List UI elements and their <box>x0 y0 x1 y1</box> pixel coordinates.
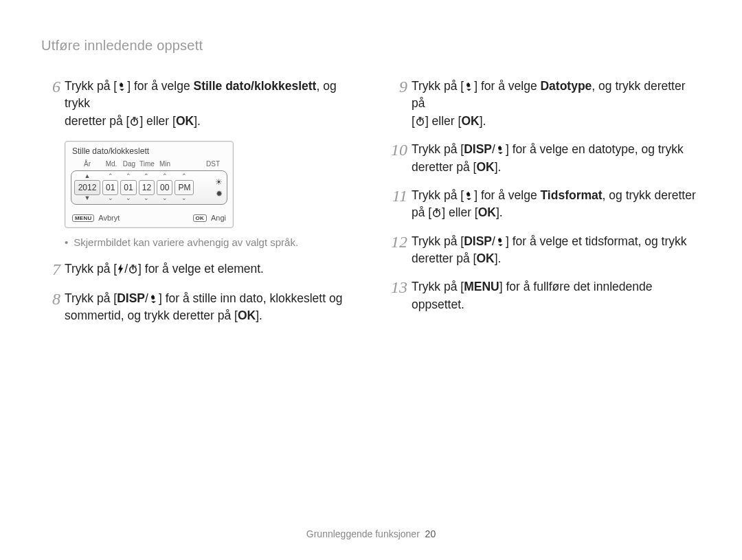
flower-down-icon <box>495 237 506 247</box>
val-md: 01 <box>102 180 118 195</box>
spin-min: ⌃ 00 ⌄ <box>157 173 172 202</box>
spin-dag: ⌃ 01 ⌄ <box>120 173 136 202</box>
spin-time: ⌃ 12 ⌄ <box>139 173 155 202</box>
text: ]. <box>194 114 201 128</box>
text: ] eller [ <box>442 205 478 219</box>
sun-on-icon: ☀ <box>215 177 223 187</box>
ok-badge: OK <box>193 214 207 222</box>
text: ]. <box>495 160 502 174</box>
chevron-up-icon: ⌃ <box>144 173 149 180</box>
step-number: 8 <box>41 290 65 325</box>
device-title: Stille dato/klokkeslett <box>65 142 233 159</box>
step-body: Trykk på [] for å velge Stille dato/klok… <box>65 78 354 130</box>
content-columns: 6 Trykk på [] for å velge Stille dato/kl… <box>41 78 701 335</box>
sun-off-icon: ✹ <box>215 189 223 199</box>
manual-page: Utføre innledende oppsett 6 Trykk på [] … <box>0 0 742 560</box>
chevron-down-icon: ▼ <box>85 195 91 202</box>
chevron-down-icon: ⌄ <box>162 195 168 202</box>
dst-icons: ☀ ✹ <box>214 177 224 199</box>
step-body: Trykk på [DISP/] for å stille inn dato, … <box>65 290 354 325</box>
step-9: 9 Trykk på [] for å velge Datotype, og t… <box>388 78 701 130</box>
ok-glyph: OK <box>176 114 194 128</box>
step-11: 11 Trykk på [] for å velge Tidsformat, o… <box>388 187 701 222</box>
text: Trykk på [ <box>412 234 464 248</box>
chevron-down-icon: ⌄ <box>144 195 149 202</box>
col-dst: DST <box>201 160 226 168</box>
text: , og trykk deretter <box>603 188 696 202</box>
right-column: 9 Trykk på [] for å velge Datotype, og t… <box>388 78 701 335</box>
ok-glyph: OK <box>476 251 494 265</box>
val-dag: 01 <box>120 180 136 195</box>
step-10: 10 Trykk på [DISP/] for å velge en datot… <box>388 141 701 176</box>
step-13: 13 Trykk på [MENU] for å fullføre det in… <box>388 278 701 313</box>
bullet-icon: • <box>65 236 68 248</box>
step-6: 6 Trykk på [] for å velge Stille dato/kl… <box>41 78 354 130</box>
step-number: 12 <box>388 233 412 268</box>
note-text: Skjermbildet kan variere avhengig av val… <box>74 236 298 248</box>
text: Trykk på [ <box>65 79 117 93</box>
flower-down-icon <box>464 82 474 91</box>
text: ]. <box>496 205 503 219</box>
text: ] for å velge <box>474 188 540 202</box>
page-footer: Grunnleggende funksjoner 20 <box>0 528 742 539</box>
step-number: 10 <box>388 141 412 176</box>
chevron-up-icon: ▲ <box>85 173 91 180</box>
val-time: 12 <box>139 180 155 195</box>
device-header-row: År Md. Dag Time Min DST <box>65 159 233 169</box>
angi-label: Angi <box>211 214 226 222</box>
text: Trykk på [ <box>412 79 464 93</box>
menu-glyph: MENU <box>464 280 499 293</box>
text: Trykk på [ <box>412 188 464 202</box>
col-min: Min <box>156 160 174 168</box>
val-min: 00 <box>157 180 172 195</box>
disp-glyph: DISP <box>464 142 492 156</box>
chevron-up-icon: ⌃ <box>181 173 187 180</box>
step-body: Trykk på [/] for å velge et element. <box>65 260 354 278</box>
disp-glyph: DISP <box>464 234 492 248</box>
ok-glyph: OK <box>478 205 496 219</box>
step-body: Trykk på [MENU] for å fullføre det innle… <box>412 278 701 313</box>
step-body: Trykk på [] for å velge Datotype, og try… <box>412 78 701 130</box>
ok-glyph: OK <box>476 160 494 174</box>
flower-down-icon <box>495 145 506 155</box>
text: deretter på [ <box>412 160 476 174</box>
chevron-up-icon: ⌃ <box>108 173 113 180</box>
step-body: Trykk på [DISP/] for å velge en datotype… <box>412 141 701 176</box>
flower-down-icon <box>117 82 127 91</box>
spin-md: ⌃ 01 ⌄ <box>102 173 118 202</box>
text: ] for å velge et element. <box>138 262 264 276</box>
device-footer: MENU Avbryt OK Angi <box>65 209 233 227</box>
step-number: 6 <box>41 78 65 130</box>
step-number: 7 <box>41 260 65 278</box>
step-12: 12 Trykk på [DISP/] for å velge et tidsf… <box>388 233 701 268</box>
chevron-down-icon: ⌄ <box>126 195 131 202</box>
text: på [ <box>412 205 431 219</box>
text: ] for å velge <box>474 79 540 93</box>
val-pm: PM <box>175 180 194 195</box>
device-spinner-row: ▲ 2012 ▼ ⌃ 01 ⌄ ⌃ 01 ⌄ ⌃ <box>71 170 227 205</box>
flower-down-icon <box>148 294 159 304</box>
text: ] for å velge en datotype, og trykk <box>506 142 684 156</box>
text: ] for å stille inn dato, klokkeslett og <box>159 291 343 305</box>
device-screenshot: Stille dato/klokkeslett År Md. Dag Time … <box>65 141 234 228</box>
chevron-up-icon: ⌃ <box>126 173 131 180</box>
step-number: 13 <box>388 278 412 313</box>
left-column: 6 Trykk på [] for å velge Stille dato/kl… <box>41 78 354 335</box>
text: Trykk på [ <box>65 291 117 305</box>
bold-tidsformat: Tidsformat <box>540 188 602 202</box>
text: ] for å velge <box>127 79 193 93</box>
step-8: 8 Trykk på [DISP/] for å stille inn dato… <box>41 290 354 325</box>
timer-icon <box>415 116 425 126</box>
step-7: 7 Trykk på [/] for å velge et element. <box>41 260 354 278</box>
spin-pm: ⌃ PM ⌄ <box>175 173 194 202</box>
col-md: Md. <box>102 160 120 168</box>
disp-glyph: DISP <box>117 291 145 305</box>
step-body: Trykk på [DISP/] for å velge et tidsform… <box>412 233 701 268</box>
page-title: Utføre innledende oppsett <box>41 38 701 54</box>
col-dag: Dag <box>120 160 138 168</box>
text: Trykk på [ <box>412 142 464 156</box>
note: • Skjermbildet kan variere avhengig av v… <box>65 236 354 248</box>
menu-badge: MENU <box>72 214 94 222</box>
chevron-down-icon: ⌄ <box>181 195 187 202</box>
footer-page-number: 20 <box>425 528 436 539</box>
